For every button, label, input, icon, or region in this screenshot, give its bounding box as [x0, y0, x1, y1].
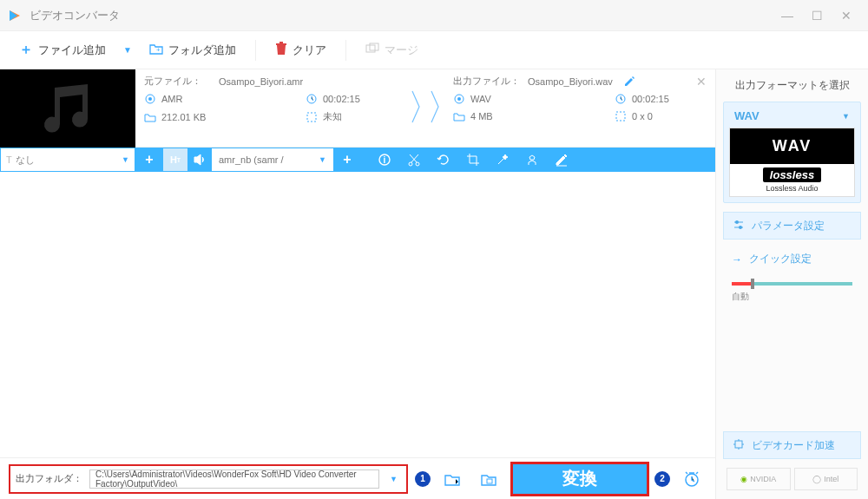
file-item: 元ファイル：Osampo_Biyori.amr AMR 00:02:15 212… — [0, 69, 715, 148]
nvidia-toggle[interactable]: ◉NVIDIA — [727, 468, 791, 490]
folder-plus-icon: + — [149, 43, 163, 57]
add-file-button[interactable]: ＋ ファイル追加 — [10, 36, 115, 64]
src-duration: 00:02:15 — [323, 94, 360, 104]
chevron-right-icon — [411, 89, 421, 127]
add-folder-label: フォルダ追加 — [168, 43, 236, 58]
clear-label: クリア — [293, 43, 326, 58]
output-folder-box: 出力フォルダ： C:\Users\Administrator\Videos\Wo… — [9, 464, 408, 494]
close-button[interactable]: ✕ — [832, 3, 861, 29]
edit-name-icon[interactable] — [623, 76, 635, 88]
add-file-dropdown[interactable]: ▼ — [118, 45, 137, 55]
chevron-down-icon: ▼ — [842, 112, 850, 121]
cut-button[interactable] — [399, 148, 429, 172]
crop-button[interactable] — [458, 148, 488, 172]
sliders-icon — [733, 219, 745, 233]
svg-rect-6 — [307, 113, 316, 121]
gpu-accel-button[interactable]: ビデオカード加速 — [723, 431, 861, 459]
nvidia-icon: ◉ — [740, 475, 747, 483]
params-button[interactable]: パラメータ設定 — [723, 212, 861, 240]
clear-button[interactable]: クリア — [266, 36, 335, 63]
output-folder-label: 出力フォルダ： — [16, 472, 82, 485]
rotate-button[interactable] — [429, 148, 458, 172]
src-size: 212.01 KB — [161, 112, 206, 122]
out-dimensions: 0 x 0 — [632, 111, 653, 121]
plus-icon: ＋ — [19, 41, 33, 59]
audio-track-value: amr_nb (samr / — [219, 154, 284, 165]
format-name: WAV — [734, 109, 760, 122]
params-label: パラメータ設定 — [752, 219, 825, 233]
minimize-button[interactable]: — — [773, 3, 802, 29]
convert-button[interactable]: 変換 — [510, 462, 649, 496]
svg-point-13 — [409, 162, 412, 166]
merge-icon — [365, 43, 379, 57]
edit-button[interactable] — [547, 148, 576, 172]
watermark-button[interactable] — [517, 148, 547, 172]
chevron-down-icon: ▼ — [116, 155, 135, 164]
intel-toggle[interactable]: ◯Intel — [794, 468, 858, 490]
clock-icon — [615, 93, 627, 105]
info-button[interactable]: i — [370, 148, 399, 172]
out-codec: WAV — [470, 94, 491, 104]
toolbar: ＋ ファイル追加 ▼ + フォルダ追加 クリア マージ — [0, 31, 868, 69]
svg-point-4 — [148, 97, 152, 101]
footer: 出力フォルダ： C:\Users\Administrator\Videos\Wo… — [0, 457, 715, 499]
add-folder-button[interactable]: + フォルダ追加 — [141, 37, 245, 63]
svg-rect-19 — [735, 441, 742, 448]
effects-button[interactable] — [488, 148, 517, 172]
src-file-name: Osampo_Biyori.amr — [219, 76, 303, 87]
step-badge-2: 2 — [654, 471, 670, 487]
add-file-label: ファイル追加 — [38, 43, 106, 58]
output-folder-path[interactable]: C:\Users\Administrator\Videos\WonderFox … — [89, 469, 379, 489]
folder-icon — [144, 111, 156, 123]
subtitle-select[interactable]: Tなし ▼ — [0, 148, 135, 172]
dimensions-icon — [306, 111, 318, 123]
chevron-right-icon — [430, 89, 440, 127]
quick-settings-link[interactable]: → クイック設定 — [723, 248, 861, 270]
step-badge-1: 1 — [415, 471, 431, 487]
src-dimensions: 未知 — [323, 110, 342, 123]
folder-icon-button[interactable] — [474, 464, 503, 494]
lossless-text: Lossless Audio — [766, 184, 818, 193]
svg-point-18 — [739, 226, 742, 229]
out-file-name: Osampo_Biyori.wav — [528, 76, 613, 87]
svg-rect-1 — [366, 45, 375, 52]
remove-item-button[interactable]: ✕ — [696, 75, 707, 89]
format-selector[interactable]: WAV▼ WAV lossless Lossless Audio — [723, 102, 861, 203]
slider-handle[interactable] — [751, 279, 754, 289]
empty-area — [0, 172, 715, 457]
separator — [255, 40, 256, 61]
thumbnail — [0, 69, 135, 148]
subtitle-text-icon: T — [6, 154, 12, 165]
music-note-icon — [37, 82, 98, 135]
quick-label: クイック設定 — [749, 252, 812, 266]
svg-point-14 — [416, 162, 419, 166]
out-file-label: 出力ファイル： — [453, 75, 523, 88]
quality-slider[interactable] — [732, 282, 852, 286]
timer-button[interactable] — [677, 464, 707, 494]
merge-button[interactable]: マージ — [357, 37, 427, 63]
svg-point-8 — [457, 97, 461, 101]
add-audio-button[interactable]: + — [335, 148, 359, 171]
open-folder-button[interactable] — [437, 464, 467, 494]
window-title: ビデオコンバータ — [30, 8, 773, 23]
audio-track-select[interactable]: amr_nb (samr / ▼ — [212, 148, 333, 171]
maximize-button[interactable]: ☐ — [802, 3, 832, 29]
item-action-bar: Tなし ▼ + HT amr_nb (samr / ▼ + i — [0, 148, 715, 172]
dimensions-icon — [615, 110, 627, 122]
codec-icon — [453, 93, 465, 105]
hardsub-button[interactable]: HT — [163, 148, 187, 171]
output-folder-dropdown[interactable]: ▼ — [386, 475, 401, 483]
folder-icon — [453, 110, 465, 122]
format-card: WAV lossless Lossless Audio — [729, 128, 855, 197]
svg-text:i: i — [384, 155, 386, 165]
separator — [345, 40, 346, 61]
trash-icon — [275, 42, 287, 58]
add-subtitle-button[interactable]: + — [137, 148, 161, 171]
right-panel: 出力フォーマットを選択 WAV▼ WAV lossless Lossless A… — [715, 69, 868, 499]
app-logo-icon — [7, 8, 23, 23]
svg-rect-2 — [370, 43, 378, 50]
gpu-label: ビデオカード加速 — [752, 438, 835, 453]
codec-icon — [144, 93, 156, 105]
src-file-label: 元ファイル： — [144, 75, 214, 88]
speaker-icon — [187, 154, 212, 166]
